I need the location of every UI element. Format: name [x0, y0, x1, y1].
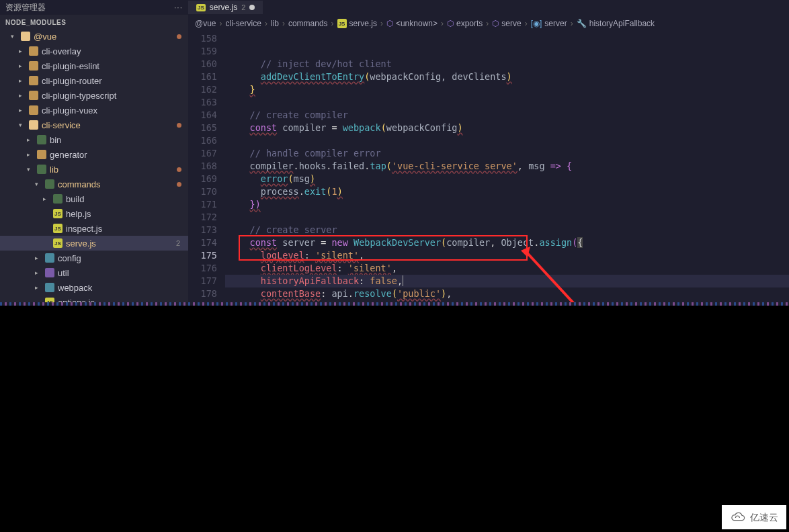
chevron-right-icon: › — [265, 19, 267, 28]
tree-item-cli-plugin-router[interactable]: ▸cli-plugin-router — [0, 73, 188, 88]
breadcrumb-label: server — [544, 19, 567, 28]
line-number: 177 — [188, 275, 217, 287]
breadcrumb-label: commands — [288, 19, 328, 28]
chevron-right-icon: › — [441, 19, 444, 28]
code-line[interactable]: addDevClientToEntry(webpackConfig, devCl… — [225, 71, 789, 83]
breadcrumb-item[interactable]: lib — [271, 19, 279, 28]
chevron-right-icon: › — [525, 19, 528, 28]
js-icon: JS — [53, 238, 63, 248]
breadcrumb-item[interactable]: [◉]server — [531, 19, 567, 28]
tree-item-bin[interactable]: ▸bin — [0, 132, 188, 147]
wrench-icon: 🔧 — [577, 19, 587, 28]
tree-item-cli-plugin-vuex[interactable]: ▸cli-plugin-vuex — [0, 103, 188, 118]
tree-item-label: cli-service — [42, 120, 173, 130]
line-number: 179 — [188, 300, 217, 302]
modified-dot-icon — [177, 34, 181, 39]
tree-item-label: cli-plugin-router — [42, 76, 184, 86]
chevron-icon: ▸ — [19, 92, 26, 99]
breadcrumb-item[interactable]: ⬡exports — [447, 19, 483, 28]
pkg-icon — [45, 179, 54, 189]
code-line[interactable]: // inject dev/hot client — [225, 58, 789, 71]
breadcrumb-item[interactable]: cli-service — [226, 19, 261, 28]
code-line[interactable]: watchContentBase: !isProduction, — [225, 300, 789, 302]
code-line[interactable]: // create server — [225, 224, 789, 236]
tree-item-help-js[interactable]: JShelp.js — [0, 206, 188, 221]
breadcrumb-label: serve — [501, 19, 521, 28]
line-number: 178 — [188, 287, 217, 300]
code-line[interactable]: const compiler = webpack(webpackConfig) — [225, 122, 789, 134]
explorer-more-icon[interactable]: ··· — [174, 3, 183, 12]
code-line[interactable]: } — [225, 83, 789, 96]
code-line[interactable] — [225, 96, 789, 109]
tree-item-cli-plugin-eslint[interactable]: ▸cli-plugin-eslint — [0, 58, 188, 73]
folder-icon — [29, 105, 38, 115]
tree-item-options-js[interactable]: JSoptions.js — [0, 295, 188, 302]
line-number: 161 — [188, 71, 217, 83]
tree-item-util[interactable]: ▸util — [0, 265, 188, 280]
cloud-icon — [730, 512, 746, 524]
breadcrumb-label: lib — [271, 19, 279, 28]
code-area[interactable]: 1581591601611621631641651661671681691701… — [188, 32, 789, 302]
top-bar: 资源管理器 ··· JS serve.js 2 — [0, 0, 789, 15]
code-line[interactable]: historyApiFallback: false, — [225, 275, 789, 287]
line-number: 164 — [188, 109, 217, 122]
section-title: NODE_MODULES — [0, 16, 188, 29]
code-line[interactable]: clientLogLevel: 'silent', — [225, 262, 789, 275]
code-line[interactable]: contentBase: api.resolve('public'), — [225, 287, 789, 300]
tree-item-cli-plugin-typescript[interactable]: ▸cli-plugin-typescript — [0, 88, 188, 103]
js-icon: JS — [53, 224, 63, 233]
tree-item-commands[interactable]: ▾commands — [0, 177, 188, 191]
code-line[interactable] — [225, 134, 789, 147]
tree-item-config[interactable]: ▸config — [0, 251, 188, 265]
code-line[interactable]: logLevel: 'silent', — [225, 249, 789, 262]
code-line[interactable]: error(msg) — [225, 173, 789, 185]
problems-badge: 2 — [176, 239, 180, 247]
chevron-icon: ▸ — [19, 107, 26, 114]
breadcrumb-label: <unknown> — [396, 19, 438, 28]
line-number: 160 — [188, 58, 217, 71]
breadcrumb-item[interactable]: commands — [288, 19, 328, 28]
tree-item-cli-service[interactable]: ▾cli-service — [0, 118, 188, 132]
folder-open-icon — [21, 32, 30, 41]
code-content[interactable]: // inject dev/hot client addDevClientToE… — [225, 32, 789, 302]
watermark-text: 亿速云 — [750, 512, 778, 524]
tab-serve-js[interactable]: JS serve.js 2 — [188, 1, 263, 14]
tree-item-inspect-js[interactable]: JSinspect.js — [0, 221, 188, 236]
tree-item--vue[interactable]: ▾@vue — [0, 29, 188, 44]
breadcrumb-item[interactable]: @vue — [195, 19, 216, 28]
code-line[interactable]: compiler.hooks.failed.tap('vue-cli-servi… — [225, 160, 789, 173]
chevron-right-icon: › — [380, 19, 383, 28]
folder-icon — [29, 61, 38, 71]
tree-item-label: cli-overlay — [42, 46, 184, 56]
breadcrumb-label: exports — [456, 19, 483, 28]
code-line[interactable]: }) — [225, 198, 789, 211]
code-line[interactable]: // handle compiler error — [225, 147, 789, 160]
breadcrumb-item[interactable]: ⬡<unknown> — [386, 19, 438, 28]
tree-item-generator[interactable]: ▸generator — [0, 147, 188, 162]
modified-dot-icon — [177, 182, 181, 187]
breadcrumb-item[interactable]: JSserve.js — [337, 19, 377, 28]
code-line[interactable]: const server = new WebpackDevServer(comp… — [225, 236, 789, 249]
code-line[interactable]: // create compiler — [225, 109, 789, 122]
tree-item-label: build — [66, 194, 184, 204]
tree-item-serve-js[interactable]: JSserve.js2 — [0, 236, 188, 251]
tree-item-build[interactable]: ▸build — [0, 191, 188, 206]
editor: @vue›cli-service›lib›commands›JSserve.js… — [188, 15, 789, 302]
tab-filename: serve.js — [210, 3, 237, 12]
breadcrumbs[interactable]: @vue›cli-service›lib›commands›JSserve.js… — [188, 15, 789, 32]
tree-item-webpack[interactable]: ▸webpack — [0, 280, 188, 295]
breadcrumb-item[interactable]: ⬡serve — [492, 19, 521, 28]
line-number: 175 — [188, 249, 217, 262]
js-icon: JS — [196, 4, 206, 11]
code-line[interactable]: process.exit(1) — [225, 185, 789, 198]
breadcrumb-item[interactable]: 🔧historyApiFallback — [577, 19, 655, 28]
tree-item-cli-overlay[interactable]: ▸cli-overlay — [0, 44, 188, 58]
code-line[interactable] — [225, 211, 789, 224]
variable-icon: [◉] — [531, 19, 542, 28]
chevron-icon: ▾ — [19, 122, 26, 128]
cube-icon: ⬡ — [492, 19, 499, 28]
line-number: 169 — [188, 173, 217, 185]
tree-item-lib[interactable]: ▾lib — [0, 162, 188, 177]
line-number: 170 — [188, 185, 217, 198]
chevron-icon: ▸ — [19, 48, 26, 54]
